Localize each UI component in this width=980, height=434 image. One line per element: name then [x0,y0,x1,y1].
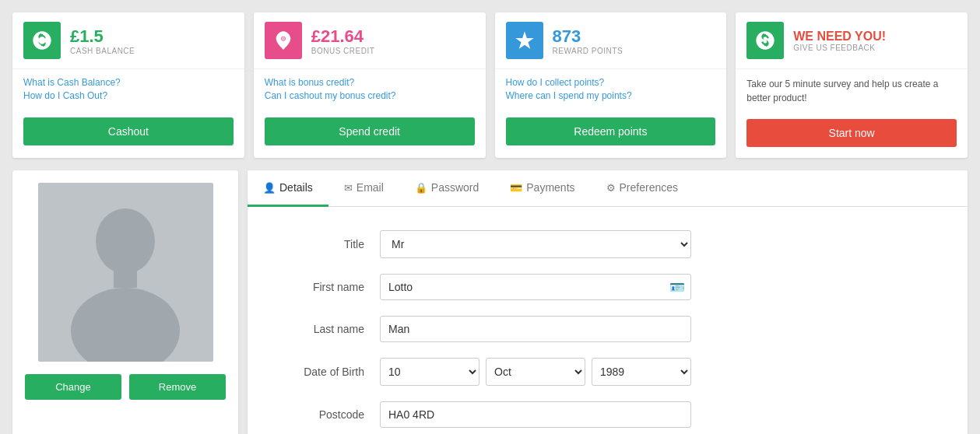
feedback-body: Take our 5 minute survey and help us cre… [736,69,968,113]
cashout-button[interactable]: Cashout [23,117,234,145]
bonus-link-1[interactable]: What is bonus credit? [265,77,475,88]
dob-label: Date of Birth [279,366,380,378]
cards-row: £1.5 CASH BALANCE What is Cash Balance? … [0,0,980,170]
feedback-card: WE NEED YOU! GIVE US FEEDBACK Take our 5… [736,12,968,158]
rewards-card: 873 REWARD POINTS How do I collect point… [495,12,727,158]
bonus-icon [265,22,302,59]
postcode-label: Postcode [279,408,380,421]
feedback-info: WE NEED YOU! GIVE US FEEDBACK [793,30,886,52]
rewards-footer: Redeem points [495,111,727,156]
feedback-label: GIVE US FEEDBACK [793,44,886,52]
cash-body: What is Cash Balance? How do I Cash Out? [12,69,244,111]
lastname-row: Last name [279,316,936,342]
title-label: Title [279,238,380,250]
postcode-row: Postcode [279,401,936,428]
lastname-label: Last name [279,323,380,335]
dob-month-select[interactable]: JanFebMarApr MayJunJulAug SepOctNovDec [486,358,585,386]
dob-row: Date of Birth 10 12345 6789 1112131415 1… [279,358,936,386]
firstname-label: First name [279,281,380,293]
feedback-footer: Start now [736,113,968,158]
tab-details-label: Details [279,181,313,194]
tab-payments[interactable]: 💳 Payments [494,170,590,207]
avatar-panel: Change Remove [12,170,238,434]
rewards-link-2[interactable]: Where can I spend my points? [506,90,716,101]
tab-email[interactable]: ✉ Email [328,170,399,207]
dob-day-select[interactable]: 10 12345 6789 1112131415 1617181920 2122… [380,358,479,386]
cash-amount: £1.5 [70,26,135,47]
cash-icon [23,22,61,59]
tab-preferences[interactable]: ⚙ Preferences [591,170,694,207]
dob-year-select[interactable]: 1989 199019911992 [592,358,691,386]
title-select[interactable]: Mr Mrs Miss Ms Dr [380,230,691,258]
cash-label: CASH BALANCE [70,47,135,55]
firstname-input[interactable] [380,274,691,300]
cash-info: £1.5 CASH BALANCE [70,26,135,55]
details-form: Title Mr Mrs Miss Ms Dr First name 🪪 [248,207,968,434]
firstname-input-wrapper: 🪪 [380,274,691,300]
change-avatar-button[interactable]: Change [25,374,121,400]
rewards-card-header: 873 REWARD POINTS [495,12,727,69]
profile-panel: 👤 Details ✉ Email 🔒 Password 💳 Payments … [248,170,968,434]
rewards-icon [506,22,543,59]
tab-details[interactable]: 👤 Details [248,170,328,207]
cash-link-1[interactable]: What is Cash Balance? [23,77,234,88]
feedback-title: WE NEED YOU! [793,30,886,44]
bottom-row: Change Remove 👤 Details ✉ Email 🔒 Passwo… [0,170,980,434]
lastname-input[interactable] [380,316,691,342]
lock-icon: 🔒 [415,182,427,194]
person-icon: 👤 [263,182,276,194]
bonus-card: £21.64 BONUS CREDIT What is bonus credit… [254,12,486,158]
svg-point-1 [281,37,285,40]
tab-payments-label: Payments [526,181,574,194]
gear-icon: ⚙ [606,182,616,194]
feedback-icon [746,22,784,59]
bonus-amount: £21.64 [311,26,375,47]
bonus-label: BONUS CREDIT [311,47,375,55]
bonus-link-2[interactable]: Can I cashout my bonus credit? [265,90,475,101]
cash-card: £1.5 CASH BALANCE What is Cash Balance? … [12,12,244,158]
rewards-label: REWARD POINTS [553,47,623,55]
remove-avatar-button[interactable]: Remove [129,374,226,400]
postcode-input[interactable] [380,401,691,428]
tabs: 👤 Details ✉ Email 🔒 Password 💳 Payments … [248,170,968,207]
tab-email-label: Email [357,181,384,194]
rewards-link-1[interactable]: How do I collect points? [506,77,716,88]
firstname-row: First name 🪪 [279,274,936,300]
email-icon: ✉ [344,182,353,194]
avatar-image [38,183,213,362]
cash-card-header: £1.5 CASH BALANCE [12,12,244,69]
cash-footer: Cashout [12,111,244,156]
redeem-points-button[interactable]: Redeem points [506,117,716,145]
feedback-text: Take our 5 minute survey and help us cre… [746,79,938,103]
dob-fields: 10 12345 6789 1112131415 1617181920 2122… [380,358,691,386]
cash-link-2[interactable]: How do I Cash Out? [23,90,234,101]
title-row: Title Mr Mrs Miss Ms Dr [279,230,936,258]
tab-password-label: Password [431,181,479,194]
svg-rect-5 [114,268,137,288]
bonus-body: What is bonus credit? Can I cashout my b… [254,69,486,111]
tab-preferences-label: Preferences [620,181,678,194]
svg-point-3 [96,208,155,274]
avatar-buttons: Change Remove [25,374,226,400]
bonus-card-header: £21.64 BONUS CREDIT [254,12,486,69]
feedback-card-header: WE NEED YOU! GIVE US FEEDBACK [736,12,968,69]
bonus-footer: Spend credit [254,111,486,156]
id-card-icon: 🪪 [669,280,685,295]
tab-password[interactable]: 🔒 Password [399,170,494,207]
rewards-info: 873 REWARD POINTS [553,26,623,55]
card-icon: 💳 [510,182,522,194]
start-now-button[interactable]: Start now [746,119,957,147]
spend-credit-button[interactable]: Spend credit [265,117,475,145]
rewards-body: How do I collect points? Where can I spe… [495,69,727,111]
rewards-amount: 873 [553,26,623,47]
bonus-info: £21.64 BONUS CREDIT [311,26,375,55]
